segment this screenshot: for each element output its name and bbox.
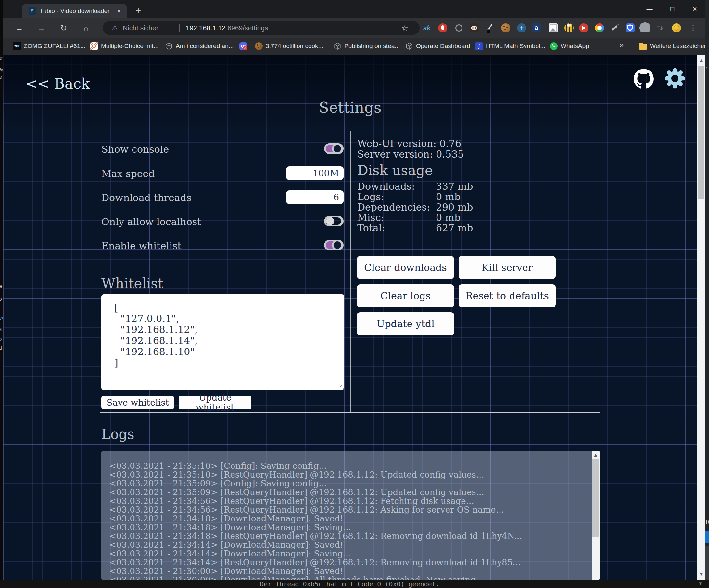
logs-scrollbar[interactable]: ▲ [592, 451, 600, 580]
code-fragment: vo [0, 315, 3, 321]
page-scrollbar[interactable]: ▲ ▼ [697, 55, 705, 580]
max-speed-label: Max speed [101, 168, 155, 179]
update-ytdl-button[interactable]: Update ytdl [357, 312, 454, 335]
only-localhost-toggle[interactable] [324, 216, 344, 226]
disk-row-value: 627 mb [436, 222, 473, 234]
google-icon[interactable] [595, 23, 604, 32]
bookmark-publishing-steam[interactable]: Publishing on stea... [334, 42, 400, 51]
log-line: <03.03.2021 - 21:34:18> [DownloadManager… [109, 522, 351, 532]
shield-icon[interactable] [626, 23, 635, 32]
other-bookmarks-folder[interactable]: Weitere Lesezeichen [639, 42, 707, 51]
cookie-extension-icon[interactable] [501, 23, 510, 32]
bookmark-discord[interactable]: 3 [239, 42, 247, 51]
page-scrollbar-thumb[interactable] [698, 66, 705, 199]
browser-tab[interactable]: ϒ Tubio - Video downloader × [22, 4, 127, 18]
show-console-toggle[interactable] [324, 143, 344, 154]
stop-hand-icon[interactable] [438, 23, 447, 32]
amazon-icon[interactable]: a [532, 23, 541, 32]
window-maximize-button[interactable]: □ [667, 4, 677, 14]
bookmark-multiple-choice[interactable]: Multiple-Choice mit... [90, 42, 158, 51]
back-icon[interactable]: ← [13, 22, 25, 34]
bookmark-octillion-cookies[interactable]: 3.774 octillion cook... [255, 42, 323, 51]
log-line: <03.03.2021 - 21:34:14> [DownloadManager… [109, 549, 351, 558]
unity-cube-icon [405, 42, 413, 50]
tab-close-icon[interactable]: × [114, 6, 124, 16]
photo-icon[interactable] [549, 23, 558, 32]
disk-row-value: 0 mb [436, 191, 461, 202]
disk-row-label: Logs: [357, 191, 384, 202]
tab-title: Tubio - Video downloader [40, 7, 109, 15]
whitelist-heading: Whitelist [101, 276, 163, 291]
download-threads-label: Download threads [101, 192, 191, 203]
toggle-knob [332, 240, 343, 251]
vs-output-text: Der Thread 0xb5c hat mit Code 0 (0x0) ge… [260, 580, 440, 588]
home-icon[interactable]: ⌂ [80, 22, 92, 34]
logs-scrollbar-thumb[interactable] [593, 459, 599, 537]
forward-icon[interactable]: → [35, 22, 47, 34]
section-divider [100, 412, 600, 413]
ring-icon[interactable] [455, 24, 463, 31]
url-text[interactable]: 192.168.1.12:6969/settings [186, 24, 268, 32]
back-link[interactable]: << Back [26, 75, 90, 92]
toggle-knob [326, 217, 334, 225]
bookmark-html-math[interactable]: ∫ HTML Math Symbol... [475, 42, 545, 51]
max-speed-input[interactable] [286, 166, 344, 180]
cookie-icon [255, 42, 263, 50]
puzzle-icon[interactable] [640, 23, 650, 32]
bookmark-am-i-considered[interactable]: Am i considered an... [165, 42, 234, 51]
scroll-marker-icon: ▾ [706, 65, 708, 70]
music-list-icon[interactable]: ≡♪ [656, 23, 665, 32]
address-bar[interactable]: ⚠ Nicht sicher 192.168.1.12:6969/setting… [103, 21, 420, 35]
not-secure-warning-icon[interactable]: ⚠ [112, 24, 118, 32]
disk-row-value: 0 mb [436, 212, 461, 223]
window-close-button[interactable]: × [690, 4, 700, 14]
reset-to-defaults-button[interactable]: Reset to defaults [458, 284, 556, 307]
kill-server-button[interactable]: Kill server [458, 256, 556, 279]
red-play-pin-icon[interactable] [579, 23, 588, 32]
log-line: <03.03.2021 - 21:34:18> [DownloadManager… [109, 514, 343, 523]
scroll-up-icon[interactable]: ▲ [697, 58, 705, 63]
scroll-down-icon: ▼ [698, 581, 703, 586]
page-title: Settings [3, 99, 697, 116]
bookmark-star-icon[interactable]: ☆ [401, 24, 408, 32]
mask-icon[interactable] [470, 23, 479, 32]
log-line: <03.03.2021 - 21:35:09> [RestQueryHandle… [109, 487, 484, 497]
gear-icon[interactable] [664, 68, 686, 89]
scroll-up-icon[interactable]: ▲ [592, 453, 600, 457]
scroll-down-icon[interactable]: ▼ [697, 572, 705, 577]
blue-plus-icon[interactable]: + [517, 23, 526, 32]
log-line: <03.03.2021 - 21:35:09> [Config]: Saving… [109, 479, 327, 488]
download-threads-input[interactable] [286, 190, 344, 204]
save-whitelist-button[interactable]: Save whitelist [101, 396, 174, 409]
whitelist-textarea[interactable]: [ "127.0.0.1", "192.168.1.12", "192.168.… [101, 294, 344, 390]
github-icon[interactable] [634, 69, 654, 89]
bookmark-operate-dashboard[interactable]: Operate Dashboard [405, 42, 470, 51]
code-fragment: or [0, 336, 3, 342]
syringe-icon[interactable] [610, 23, 619, 32]
new-tab-button[interactable]: + [132, 4, 144, 16]
url-host: 192.168.1.12 [186, 24, 226, 31]
security-label: Nicht sicher [123, 24, 158, 32]
bookmark-whatsapp[interactable]: WhatsApp [550, 42, 589, 51]
background-window-right-edge: ▾ R [705, 0, 709, 588]
window-minimize-button[interactable]: — [645, 4, 654, 14]
clear-logs-button[interactable]: Clear logs [357, 284, 454, 307]
reload-icon[interactable]: ↻ [58, 22, 70, 34]
bookmarks-divider [632, 41, 632, 51]
tubio-favicon-icon: ϒ [29, 7, 36, 15]
bee-icon[interactable] [564, 23, 574, 32]
enable-whitelist-toggle[interactable] [324, 240, 344, 251]
bookmarks-overflow-chevron[interactable]: » [620, 41, 624, 49]
folder-icon [639, 44, 647, 50]
textarea-resize-grip[interactable] [340, 385, 344, 389]
update-whitelist-button[interactable]: Update whitelist [179, 396, 252, 409]
sk-extension-icon[interactable]: sk [423, 23, 432, 32]
coins-avatar-icon[interactable] [672, 23, 681, 32]
pen-icon[interactable] [485, 23, 495, 32]
log-line: <03.03.2021 - 21:35:10> [RestQueryHandle… [109, 470, 484, 480]
browser-menu-icon[interactable]: ⋮ [688, 23, 698, 32]
code-fragment: d [0, 345, 2, 351]
clear-downloads-button[interactable]: Clear downloads [357, 256, 454, 279]
tubio-settings-page: << Back [3, 55, 697, 580]
bookmark-zomg-zufall[interactable]: z0r ZOMG ZUFALL! #61... [13, 42, 85, 51]
